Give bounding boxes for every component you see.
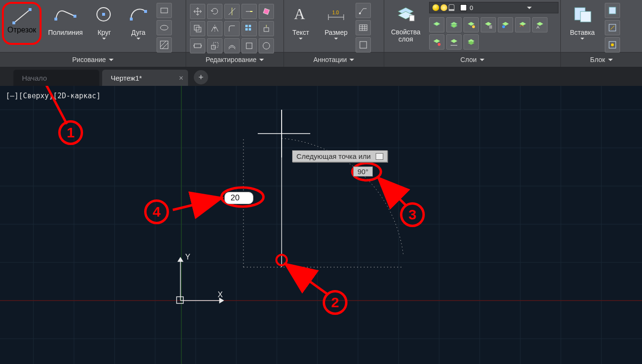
svg-point-10 [160, 25, 168, 30]
fillet-tool[interactable] [224, 21, 240, 36]
hatch-tool[interactable] [157, 37, 172, 52]
layer-tool-2[interactable] [446, 17, 462, 32]
block-attr-tool[interactable] [605, 37, 620, 52]
trim-tool[interactable] [224, 4, 240, 19]
polyline-button[interactable]: Полилиния [43, 1, 87, 53]
rectangle-tool[interactable] [157, 3, 172, 18]
layers-stack-icon [394, 3, 417, 26]
ribbon: Отрезок Полилиния [0, 0, 642, 67]
drawing-canvas[interactable]: [–][Сверху][2D-каркас] [0, 86, 642, 364]
svg-line-94 [380, 179, 406, 205]
svg-rect-3 [54, 18, 57, 21]
dynamic-angle-field[interactable]: 90° [353, 166, 373, 177]
ellipse-tool[interactable] [157, 20, 172, 35]
block-create-tool[interactable] [605, 3, 620, 18]
polyline-label: Полилиния [48, 29, 83, 36]
svg-rect-24 [245, 28, 248, 31]
layer-properties-label-1: Свойства [391, 28, 420, 36]
block-edit-tool[interactable] [605, 20, 620, 35]
modify-more-tool[interactable] [242, 38, 257, 53]
panel-title-block[interactable]: Блок [561, 52, 642, 67]
axis-x-label: X [218, 291, 223, 299]
svg-line-91 [29, 86, 67, 124]
array-tool[interactable] [242, 21, 257, 36]
line-button[interactable]: Отрезок [2, 2, 42, 45]
leader-tool[interactable] [356, 3, 371, 18]
circle-button[interactable]: Круг [87, 1, 121, 53]
table-tool[interactable] [356, 20, 371, 35]
panel-title-annot[interactable]: Аннотации [284, 52, 384, 67]
svg-rect-30 [213, 42, 218, 47]
ribbon-panels-row: Отрезок Полилиния [0, 0, 642, 52]
arc-label: Дуга [131, 29, 145, 36]
dynamic-length-field[interactable]: 20 [224, 192, 253, 204]
rotate-tool[interactable] [207, 4, 222, 19]
layer-tool-1[interactable] [429, 17, 444, 32]
panel-title-row: Рисование Редактирование Аннотации Слои … [0, 52, 642, 67]
svg-rect-20 [196, 27, 201, 32]
panel-title-modify[interactable]: Редактирование [186, 52, 284, 67]
arc-icon [127, 3, 150, 26]
panel-modify [186, 0, 284, 52]
new-tab-button[interactable]: + [194, 70, 208, 84]
annot-more-tool[interactable] [356, 37, 371, 52]
layer-tool-3[interactable] [463, 17, 479, 32]
text-label: Текст [292, 29, 309, 36]
chevron-down-icon [259, 59, 264, 61]
lock-icon [449, 4, 454, 11]
svg-rect-47 [489, 25, 492, 29]
layer-tool-5[interactable] [498, 17, 513, 32]
text-icon: A [289, 3, 312, 26]
chevron-down-icon [109, 59, 114, 61]
panel-title-layers[interactable]: Слои [384, 52, 561, 67]
layer-tool-9[interactable] [446, 34, 462, 50]
callout-4: 4 [144, 199, 169, 224]
svg-rect-7 [130, 18, 133, 21]
copy-tool[interactable] [190, 21, 205, 36]
chevron-down-icon [480, 59, 484, 61]
svg-rect-54 [609, 7, 616, 14]
layer-tool-10[interactable] [463, 34, 479, 50]
mirror-tool[interactable] [207, 21, 222, 36]
insert-icon [571, 3, 594, 26]
arc-button[interactable]: Дуга [121, 1, 155, 53]
erase-tool[interactable] [259, 4, 274, 19]
chevron-down-icon [580, 38, 584, 40]
svg-point-32 [263, 42, 270, 49]
layer-tool-4[interactable] [481, 17, 496, 32]
layer-tool-8[interactable] [429, 34, 444, 50]
close-icon[interactable]: × [179, 74, 183, 83]
chevron-down-icon [137, 38, 140, 40]
explode-tool[interactable] [259, 21, 274, 36]
move-tool[interactable] [190, 4, 205, 19]
stretch-tool[interactable] [190, 38, 205, 53]
svg-rect-4 [74, 15, 76, 18]
current-layer-combobox[interactable]: 0 [429, 2, 558, 13]
offset-tool[interactable] [224, 38, 240, 53]
tab-home[interactable]: Начало [13, 70, 99, 86]
sun-icon [441, 4, 447, 11]
scale-tool[interactable] [207, 38, 222, 53]
chevron-down-icon [349, 59, 354, 61]
layer-properties-button[interactable]: Свойства слоя [384, 1, 427, 52]
layer-tool-7[interactable]: A [532, 17, 547, 32]
dimension-button[interactable]: 1.0 Размер [317, 1, 355, 53]
insert-button[interactable]: Вставка [561, 1, 604, 53]
chevron-down-icon [527, 7, 532, 9]
extend-tool[interactable] [242, 4, 257, 19]
circle-icon [93, 3, 116, 26]
modify-more2-tool[interactable] [259, 38, 274, 53]
keyboard-icon [376, 153, 383, 160]
line-label: Отрезок [8, 26, 36, 34]
chevron-down-icon [334, 38, 338, 40]
chevron-down-icon [299, 38, 303, 40]
chevron-down-icon [608, 59, 613, 61]
panel-title-draw[interactable]: Рисование [0, 52, 186, 67]
dynamic-input-tooltip: Следующая точка или [292, 150, 388, 162]
svg-rect-44 [360, 42, 367, 48]
tab-drawing1[interactable]: Чертеж1* × [102, 70, 188, 86]
insert-label: Вставка [570, 29, 595, 36]
layer-tool-6[interactable] [515, 17, 530, 32]
canvas-svg: X Y [0, 86, 642, 364]
text-button[interactable]: A Текст [284, 1, 317, 53]
